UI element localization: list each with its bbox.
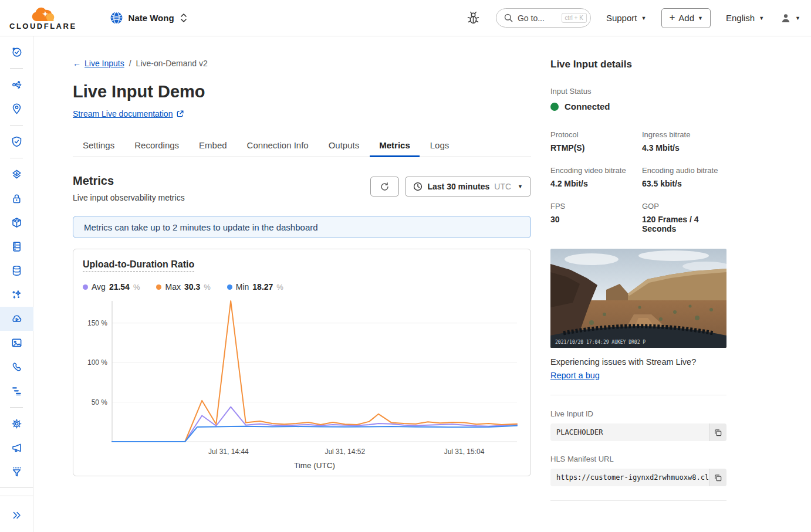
legend-unit: %	[133, 283, 140, 292]
legend-unit: %	[204, 283, 211, 292]
chart-card: Upload-to-Duration Ratio Avg21.54%Max30.…	[73, 249, 531, 476]
account-switcher[interactable]: Nate Wong	[110, 11, 188, 25]
cloudflare-logo[interactable]: CLOUDFLARE	[9, 5, 77, 31]
breadcrumb-separator: /	[129, 59, 131, 68]
doc-link-label: Stream Live documentation	[73, 109, 173, 118]
caret-down-icon: ▼	[641, 15, 646, 21]
sidebar-footer	[0, 487, 33, 532]
info-banner-text: Metrics can take up to 2 minutes to upda…	[84, 222, 318, 232]
sidebar-item-shield-check-icon[interactable]	[0, 130, 33, 154]
metrics-section-title: Metrics	[73, 174, 185, 188]
metrics-section-subtitle: Live input observability metrics	[73, 193, 185, 202]
support-menu[interactable]: Support ▼	[606, 13, 646, 23]
language-menu[interactable]: English ▼	[726, 13, 764, 23]
time-zone-label: UTC	[494, 182, 511, 191]
legend-name: Min	[236, 282, 249, 292]
legend-value: 21.54	[109, 282, 130, 292]
detail-field: Ingress bitrate4.3 Mbit/s	[642, 130, 726, 153]
tab-settings[interactable]: Settings	[73, 135, 124, 157]
chart-title: Upload-to-Duration Ratio	[83, 259, 194, 272]
live-input-id-field[interactable]: PLACEHOLDER	[550, 423, 726, 441]
sidebar-item-server-icon[interactable]	[0, 235, 33, 259]
sidebar-item-lock-icon[interactable]	[0, 187, 33, 211]
sidebar-item-funnel-icon[interactable]	[0, 460, 33, 484]
divider	[550, 500, 726, 501]
sidebar-item-images-icon[interactable]	[0, 331, 33, 355]
sidebar-item-megaphone-icon[interactable]	[0, 436, 33, 460]
sidebar-divider	[10, 158, 23, 158]
tab-outputs[interactable]: Outputs	[319, 135, 369, 157]
refresh-button[interactable]	[370, 177, 399, 196]
sidebar-item-map-pin-icon[interactable]	[0, 97, 33, 121]
sidebar-item-cube-icon[interactable]	[0, 211, 33, 235]
report-a-bug-link[interactable]: Report a bug	[550, 371, 600, 380]
detail-field-label: Protocol	[550, 130, 635, 139]
legend-dot	[156, 284, 161, 290]
report-bug-icon[interactable]	[466, 10, 481, 26]
external-link-icon	[176, 110, 184, 118]
tab-recordings[interactable]: Recordings	[125, 135, 188, 157]
svg-text:Time (UTC): Time (UTC)	[294, 461, 335, 470]
time-range-dropdown[interactable]: Last 30 minutes UTC ▼	[405, 177, 531, 196]
stream-docs-link[interactable]: Stream Live documentation	[73, 109, 184, 118]
tab-bar: SettingsRecordingsEmbedConnection InfoOu…	[73, 135, 531, 157]
legend-item-min: Min18.27%	[227, 282, 283, 292]
info-banner: Metrics can take up to 2 minutes to upda…	[73, 216, 531, 238]
caret-down-icon: ▼	[518, 184, 523, 189]
brand-wordmark: CLOUDFLARE	[9, 22, 77, 31]
detail-field-label: Encoding audio bitrate	[642, 166, 726, 175]
tab-logs[interactable]: Logs	[421, 135, 459, 157]
detail-field-label: FPS	[550, 202, 635, 211]
sidebar-item-phone-icon[interactable]	[0, 355, 33, 379]
legend-name: Avg	[92, 282, 106, 292]
details-panel-title: Live Input details	[550, 59, 726, 70]
sidebar-item-sparkles-icon[interactable]	[0, 283, 33, 307]
tab-embed[interactable]: Embed	[190, 135, 236, 157]
sidebar-item-layers-bolt-icon[interactable]	[0, 162, 33, 187]
sidebar-item-stream-cloud-play-icon[interactable]	[0, 307, 33, 331]
detail-field: Encoding video bitrate4.2 Mbit/s	[550, 166, 635, 188]
detail-field: ProtocolRTMP(S)	[550, 130, 635, 153]
sidebar-item-share-network-icon[interactable]	[0, 73, 33, 97]
person-icon	[779, 12, 792, 25]
divider	[550, 395, 726, 395]
sidebar-item-queue-bars-icon[interactable]	[0, 379, 33, 403]
cloudflare-cloud-icon	[29, 5, 57, 21]
left-sidebar	[0, 36, 33, 532]
line-chart: 50 %100 %150 %Jul 31, 14:44Jul 31, 14:52…	[83, 297, 521, 472]
detail-field-label: Encoding video bitrate	[550, 166, 635, 175]
breadcrumb-current: Live-on-Demand v2	[136, 59, 208, 68]
legend-item-max: Max30.3%	[156, 282, 210, 292]
legend-value: 30.3	[184, 282, 200, 292]
tab-connection-info[interactable]: Connection Info	[238, 135, 318, 157]
search-icon	[504, 13, 513, 22]
global-search-input[interactable]: Go to... ctrl + K	[496, 8, 591, 28]
legend-dot	[227, 284, 232, 290]
breadcrumb-back-link[interactable]: ← Live Inputs	[73, 59, 124, 68]
legend-dot	[83, 284, 88, 290]
copy-hls-manifest-button[interactable]	[709, 469, 726, 486]
legend-unit: %	[276, 283, 283, 292]
live-input-id-value: PLACEHOLDER	[550, 423, 709, 441]
svg-text:Jul 31, 14:44: Jul 31, 14:44	[208, 448, 249, 456]
refresh-icon	[380, 182, 390, 192]
sidebar-item-gear-icon[interactable]	[0, 412, 33, 436]
breadcrumb: ← Live Inputs / Live-on-Demand v2	[73, 59, 531, 68]
sidebar-item-history-icon[interactable]	[0, 40, 33, 64]
search-placeholder: Go to...	[518, 13, 557, 23]
tab-metrics[interactable]: Metrics	[370, 135, 420, 157]
add-button[interactable]: + Add ▼	[661, 8, 711, 28]
detail-field-value: 30	[550, 215, 635, 224]
svg-text:50 %: 50 %	[92, 398, 108, 406]
globe-icon	[110, 11, 123, 25]
detail-field: GOP120 Frames / 4 Seconds	[642, 202, 726, 233]
user-profile-menu[interactable]: ▼	[779, 12, 800, 25]
chevrons-right-icon[interactable]	[0, 509, 33, 521]
hls-manifest-url-field[interactable]: https://customer-igynxd2rwhmuoxw8.cloudf	[550, 469, 726, 486]
svg-text:Jul 31, 14:52: Jul 31, 14:52	[325, 448, 365, 456]
language-label: English	[726, 13, 755, 23]
sort-chevrons-icon	[180, 12, 188, 23]
detail-field-label: Ingress bitrate	[642, 130, 726, 139]
copy-live-input-id-button[interactable]	[709, 423, 726, 441]
sidebar-item-database-icon[interactable]	[0, 259, 33, 283]
